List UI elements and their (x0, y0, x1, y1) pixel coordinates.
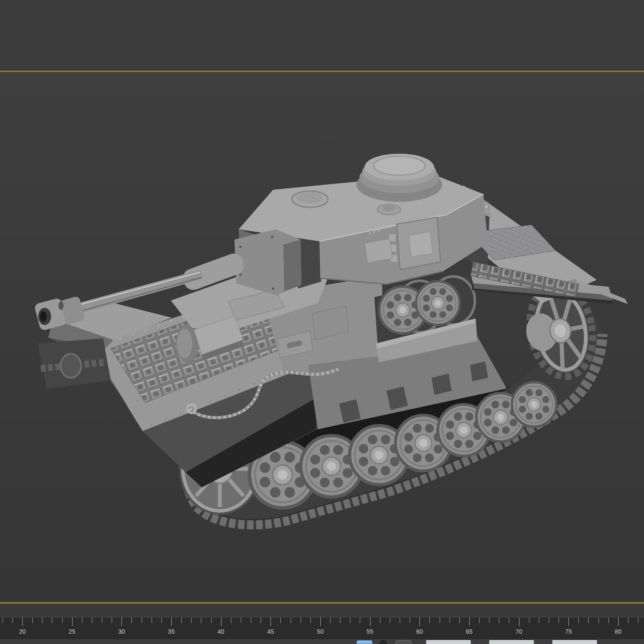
ruler-tick (568, 617, 569, 626)
ruler-tick (112, 617, 112, 623)
ruler-tick (92, 617, 92, 623)
ruler-tick (499, 617, 499, 623)
time-slider-track[interactable] (0, 604, 644, 617)
ruler-tick (161, 617, 162, 623)
ruler-tick (62, 617, 63, 623)
toolbar-strip (0, 0, 644, 70)
ruler-tick (340, 617, 340, 623)
ruler-tick (638, 617, 638, 623)
ruler-tick (291, 617, 291, 623)
ruler-tick (469, 617, 470, 626)
ruler-frame-label: 25 (69, 628, 76, 635)
ruler-tick (618, 617, 619, 626)
ruler-tick (52, 617, 52, 623)
ruler-tick (142, 617, 142, 623)
blue-toggle-button[interactable] (356, 640, 373, 644)
commander-cupola[interactable] (356, 154, 442, 202)
ruler-tick (489, 617, 489, 623)
ruler-tick (450, 617, 450, 623)
ruler-tick (539, 617, 539, 623)
ruler-tick (22, 617, 23, 626)
ruler-tick (310, 617, 311, 623)
ruler-tick (529, 617, 529, 623)
ruler-frame-label: 45 (267, 628, 274, 635)
tank-model[interactable] (0, 72, 644, 601)
application-window: 20253035404550556065707580 (0, 0, 644, 644)
ruler-tick (201, 617, 201, 623)
coordinate-field-y[interactable] (489, 640, 534, 644)
ruler-frame-label: 65 (466, 628, 473, 635)
ruler-tick (122, 617, 122, 626)
ruler-tick (559, 617, 559, 623)
ruler-frame-label: 40 (218, 628, 225, 635)
ruler-tick (479, 617, 480, 623)
ruler-tick (380, 617, 380, 623)
round-knob[interactable] (380, 640, 387, 644)
ruler-tick (82, 617, 82, 623)
ruler-tick (549, 617, 549, 623)
ruler-frame-label: 30 (118, 628, 125, 635)
ruler-tick (231, 617, 231, 623)
ruler-tick (42, 617, 43, 623)
ruler-tick (400, 617, 400, 623)
ruler-tick (419, 617, 420, 626)
ruler-tick (280, 617, 281, 623)
ruler-tick (410, 617, 410, 623)
turret-port-flap (365, 239, 392, 263)
ruler-tick (221, 617, 222, 626)
ruler-tick (330, 617, 331, 623)
ruler-frame-label: 55 (367, 628, 374, 635)
coordinate-field-x[interactable] (426, 640, 471, 644)
ruler-tick (251, 617, 251, 623)
ruler-tick (459, 617, 460, 623)
ruler-tick (171, 617, 172, 626)
ruler-frame-label: 75 (565, 628, 572, 635)
ruler-frame-label: 20 (19, 628, 26, 635)
ruler-tick (440, 617, 440, 623)
ruler-tick (360, 617, 360, 623)
ruler-tick (588, 617, 589, 623)
turret-hatch[interactable] (292, 191, 328, 207)
ruler-tick (32, 617, 33, 623)
ruler-tick (301, 617, 301, 623)
ruler-tick (598, 617, 599, 623)
small-button[interactable] (395, 640, 411, 644)
ruler-tick (628, 617, 629, 623)
left-track-front[interactable] (38, 338, 111, 389)
status-bar (0, 639, 644, 644)
ruler-tick (320, 617, 321, 626)
timeline-ruler[interactable]: 20253035404550556065707580 (0, 617, 644, 639)
ruler-frame-label: 60 (416, 628, 423, 635)
ruler-tick (350, 617, 350, 623)
ruler-tick (241, 617, 241, 623)
ruler-tick (72, 617, 73, 626)
ruler-tick (370, 617, 371, 626)
ruler-tick (270, 617, 271, 626)
ruler-frame-label: 50 (317, 628, 324, 635)
ruler-frame-label: 35 (168, 628, 175, 635)
ruler-tick (390, 617, 390, 623)
ruler-tick (509, 617, 509, 623)
ruler-frame-label: 80 (615, 628, 622, 635)
ruler-tick (429, 617, 430, 623)
ruler-tick (191, 617, 191, 623)
ruler-frame-label: 70 (516, 628, 522, 635)
ruler-tick (519, 617, 519, 626)
ruler-tick (211, 617, 212, 623)
ruler-tick (578, 617, 579, 623)
ruler-tick (3, 617, 3, 623)
ruler-tick (12, 617, 13, 623)
ruler-tick (608, 617, 609, 623)
ruler-tick (152, 617, 152, 623)
coordinate-field-z[interactable] (552, 640, 597, 644)
ruler-tick (181, 617, 182, 623)
ruler-tick (102, 617, 102, 623)
ruler-tick (131, 617, 132, 623)
ruler-tick (261, 617, 261, 623)
